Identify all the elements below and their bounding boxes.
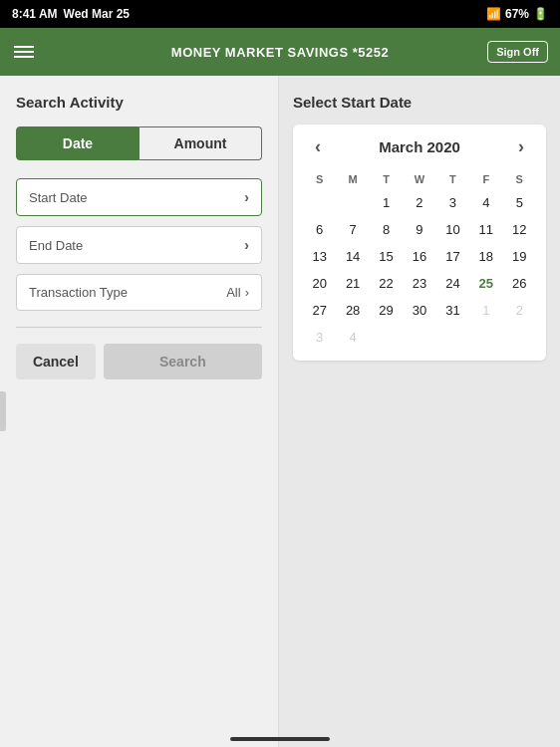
calendar-day-cell[interactable]: 25 <box>469 270 502 297</box>
calendar-day-cell[interactable]: 27 <box>303 297 336 324</box>
section-divider <box>16 327 262 328</box>
calendar-day-cell[interactable]: 30 <box>403 297 435 324</box>
nav-title: MONEY MARKET SAVINGS *5252 <box>171 45 389 60</box>
calendar-grid: S M T W T F S 12345678910111213141516171… <box>303 169 536 351</box>
status-bar: 8:41 AM Wed Mar 25 📶 67% 🔋 <box>0 0 560 28</box>
battery-level: 67% <box>505 7 529 21</box>
calendar-container: ‹ March 2020 › S M T W T F S <box>293 124 546 361</box>
calendar-day-cell[interactable]: 10 <box>436 216 469 243</box>
transaction-type-field[interactable]: Transaction Type All › <box>16 274 262 311</box>
calendar-day-cell[interactable]: 19 <box>503 243 536 270</box>
calendar-day-cell[interactable]: 12 <box>503 216 536 243</box>
calendar-day-cell <box>469 324 502 351</box>
start-date-arrow-icon: › <box>244 189 249 205</box>
cal-header-thu: T <box>436 169 469 189</box>
calendar-day-cell: 2 <box>503 297 536 324</box>
status-bar-right: 📶 67% 🔋 <box>486 7 548 21</box>
calendar-day-cell[interactable]: 22 <box>370 270 403 297</box>
calendar-day-cell[interactable]: 5 <box>503 189 536 216</box>
calendar-day-cell[interactable]: 2 <box>403 189 435 216</box>
wifi-icon: 📶 <box>486 7 501 21</box>
calendar-day-cell[interactable]: 13 <box>303 243 336 270</box>
cancel-button[interactable]: Cancel <box>16 344 96 379</box>
calendar-panel-title: Select Start Date <box>293 94 546 111</box>
calendar-day-cell <box>436 324 469 351</box>
calendar-day-cell[interactable]: 15 <box>370 243 403 270</box>
cal-header-mon: M <box>336 169 369 189</box>
main-content: Search Activity Date Amount Start Date ›… <box>0 76 560 747</box>
home-indicator <box>230 737 330 741</box>
cal-header-wed: W <box>403 169 435 189</box>
date-tab-button[interactable]: Date <box>16 126 140 160</box>
calendar-day-cell[interactable]: 9 <box>403 216 435 243</box>
calendar-day-cell[interactable]: 1 <box>370 189 403 216</box>
end-date-field[interactable]: End Date › <box>16 226 262 264</box>
menu-button[interactable] <box>14 46 34 58</box>
calendar-day-cell[interactable]: 6 <box>303 216 336 243</box>
action-buttons: Cancel Search <box>16 344 262 379</box>
calendar-day-cell <box>370 324 403 351</box>
calendar-header: ‹ March 2020 › <box>303 134 536 159</box>
amount-tab-button[interactable]: Amount <box>140 126 262 160</box>
end-date-arrow-icon: › <box>244 237 249 253</box>
cal-header-fri: F <box>469 169 502 189</box>
transaction-type-arrow-icon: › <box>245 285 249 300</box>
transaction-type-value: All <box>226 285 240 300</box>
calendar-week-row: 272829303112 <box>303 297 536 324</box>
calendar-day-cell <box>503 324 536 351</box>
calendar-next-button[interactable]: › <box>510 134 532 159</box>
calendar-body: 1234567891011121314151617181920212223242… <box>303 189 536 351</box>
status-bar-left: 8:41 AM Wed Mar 25 <box>12 7 130 21</box>
end-date-label: End Date <box>29 238 83 253</box>
calendar-week-row: 34 <box>303 324 536 351</box>
cal-header-sat: S <box>503 169 536 189</box>
calendar-day-cell[interactable]: 18 <box>469 243 502 270</box>
calendar-day-cell[interactable]: 3 <box>436 189 469 216</box>
calendar-day-cell[interactable]: 11 <box>469 216 502 243</box>
left-panel-title: Search Activity <box>16 94 262 111</box>
edge-tab-indicator <box>0 391 6 431</box>
calendar-day-cell[interactable]: 28 <box>336 297 369 324</box>
calendar-day-cell[interactable]: 16 <box>403 243 435 270</box>
nav-bar: MONEY MARKET SAVINGS *5252 Sign Off <box>0 28 560 76</box>
calendar-week-row: 13141516171819 <box>303 243 536 270</box>
calendar-day-cell[interactable]: 20 <box>303 270 336 297</box>
calendar-day-cell[interactable]: 31 <box>436 297 469 324</box>
tab-button-group: Date Amount <box>16 126 262 160</box>
calendar-month-year: March 2020 <box>379 138 460 155</box>
calendar-day-cell: 3 <box>303 324 336 351</box>
calendar-week-row: 20212223242526 <box>303 270 536 297</box>
calendar-day-cell: 1 <box>469 297 502 324</box>
cal-header-tue: T <box>370 169 403 189</box>
battery-icon: 🔋 <box>533 7 548 21</box>
calendar-week-row: 6789101112 <box>303 216 536 243</box>
calendar-day-cell[interactable]: 14 <box>336 243 369 270</box>
calendar-day-cell[interactable]: 24 <box>436 270 469 297</box>
right-panel: Select Start Date ‹ March 2020 › S M T W… <box>279 76 560 747</box>
cal-header-sun: S <box>303 169 336 189</box>
calendar-day-cell <box>403 324 435 351</box>
calendar-day-cell[interactable]: 26 <box>503 270 536 297</box>
calendar-day-cell <box>303 189 336 216</box>
start-date-field[interactable]: Start Date › <box>16 178 262 216</box>
sign-off-button[interactable]: Sign Off <box>487 41 548 63</box>
transaction-type-value-group: All › <box>226 285 249 300</box>
calendar-day-header-row: S M T W T F S <box>303 169 536 189</box>
calendar-day-cell: 4 <box>336 324 369 351</box>
calendar-week-row: 12345 <box>303 189 536 216</box>
calendar-day-cell[interactable]: 23 <box>403 270 435 297</box>
calendar-day-cell[interactable]: 17 <box>436 243 469 270</box>
calendar-day-cell <box>336 189 369 216</box>
calendar-prev-button[interactable]: ‹ <box>307 134 329 159</box>
calendar-day-cell[interactable]: 21 <box>336 270 369 297</box>
start-date-label: Start Date <box>29 190 88 205</box>
calendar-day-cell[interactable]: 4 <box>469 189 502 216</box>
calendar-day-cell[interactable]: 7 <box>336 216 369 243</box>
search-button[interactable]: Search <box>104 344 262 379</box>
calendar-day-cell[interactable]: 29 <box>370 297 403 324</box>
calendar-day-cell[interactable]: 8 <box>370 216 403 243</box>
transaction-type-label: Transaction Type <box>29 285 128 300</box>
status-day: Wed Mar 25 <box>64 7 130 21</box>
status-time: 8:41 AM <box>12 7 58 21</box>
left-panel: Search Activity Date Amount Start Date ›… <box>0 76 279 747</box>
